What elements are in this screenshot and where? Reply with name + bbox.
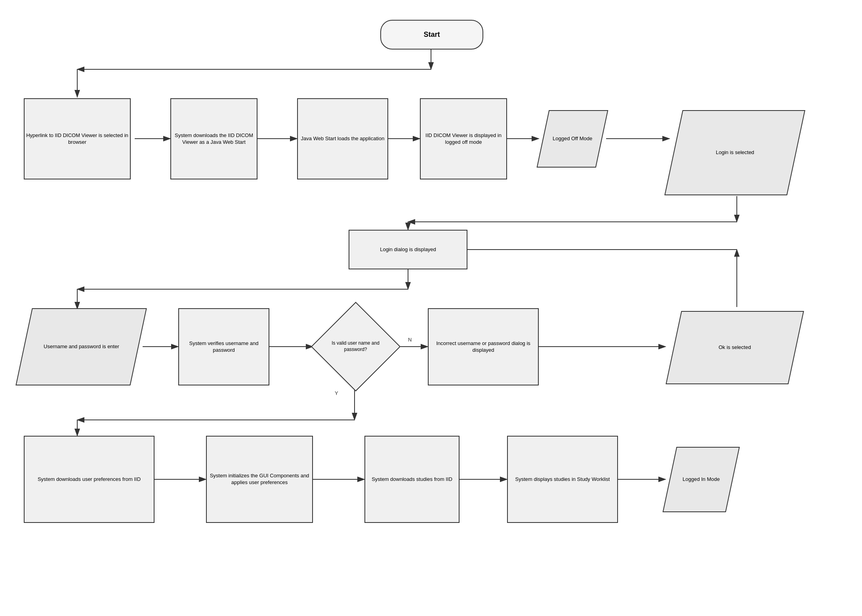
java-web-start-label: Java Web Start loads the application [301, 135, 385, 142]
incorrect-username-label: Incorrect username or password dialog is… [429, 340, 538, 354]
is-valid-label: Is valid user name and password? [330, 340, 381, 353]
iid-dicom-viewer-shape: IID DICOM Viewer is displayed in logged … [420, 98, 507, 179]
system-initializes-shape: System initializes the GUI Components an… [206, 436, 313, 523]
system-downloads-prefs-label: System downloads user preferences from I… [38, 476, 141, 483]
n-label: N [408, 337, 412, 343]
start-label: Start [423, 30, 440, 39]
flowchart: Start Hyperlink to IID DICOM Viewer is s… [0, 0, 862, 616]
ok-selected-label: Ok is selected [719, 344, 751, 351]
iid-dicom-viewer-label: IID DICOM Viewer is displayed in logged … [421, 132, 506, 146]
login-dialog-shape: Login dialog is displayed [349, 230, 467, 269]
login-dialog-label: Login dialog is displayed [380, 246, 436, 253]
logged-in-mode-label: Logged In Mode [683, 476, 720, 483]
logged-off-mode-shape: Logged Off Mode [537, 110, 608, 168]
java-web-start-shape: Java Web Start loads the application [297, 98, 388, 179]
system-verifies-label: System verifies username and password [179, 340, 269, 354]
system-downloads-studies-shape: System downloads studies from IID [364, 436, 460, 523]
system-displays-shape: System displays studies in Study Worklis… [507, 436, 618, 523]
login-selected-shape: Login is selected [664, 110, 805, 195]
system-verifies-shape: System verifies username and password [178, 308, 269, 385]
system-downloads-shape: System downloads the IID DICOM Viewer as… [170, 98, 257, 179]
login-selected-label: Login is selected [716, 149, 754, 156]
ok-selected-shape: Ok is selected [666, 311, 804, 384]
logged-off-mode-label: Logged Off Mode [553, 135, 592, 142]
logged-in-mode-shape: Logged In Mode [662, 447, 740, 512]
is-valid-diamond-container: Is valid user name and password? [313, 301, 398, 392]
system-downloads-studies-label: System downloads studies from IID [372, 476, 452, 483]
username-password-label: Username and password is enter [44, 343, 119, 350]
system-displays-label: System displays studies in Study Worklis… [515, 476, 610, 483]
system-initializes-label: System initializes the GUI Components an… [207, 473, 312, 486]
system-downloads-prefs-shape: System downloads user preferences from I… [24, 436, 154, 523]
username-password-shape: Username and password is enter [15, 308, 147, 385]
hyperlink-label: Hyperlink to IID DICOM Viewer is selecte… [25, 132, 130, 146]
start-shape: Start [380, 20, 483, 50]
incorrect-username-shape: Incorrect username or password dialog is… [428, 308, 539, 385]
system-downloads-label: System downloads the IID DICOM Viewer as… [171, 132, 257, 146]
hyperlink-shape: Hyperlink to IID DICOM Viewer is selecte… [24, 98, 131, 179]
y-label: Y [335, 390, 338, 396]
